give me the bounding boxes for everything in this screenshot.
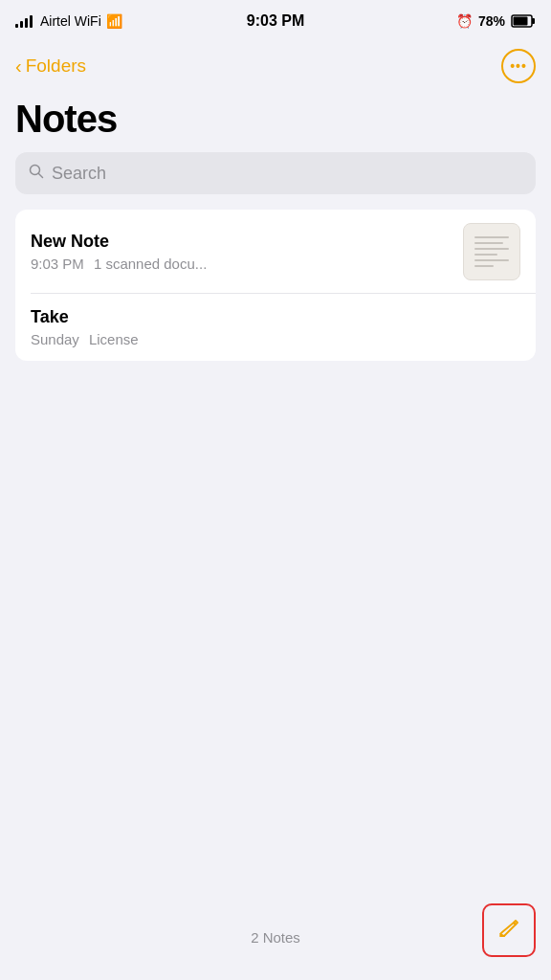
note-time-2: Sunday: [31, 331, 79, 347]
search-placeholder: Search: [52, 164, 106, 184]
note-content-1: New Note 9:03 PM 1 scanned docu...: [31, 232, 452, 272]
thumbnail-line: [474, 242, 503, 244]
footer: 2 Notes: [0, 896, 551, 980]
note-meta-2: Sunday License: [31, 331, 520, 347]
ellipsis-icon: •••: [510, 58, 527, 74]
note-preview-2: License: [89, 331, 139, 347]
back-button[interactable]: ‹ Folders: [15, 56, 86, 78]
wifi-icon: 📶: [106, 13, 122, 29]
alarm-icon: ⏰: [456, 13, 473, 29]
battery-icon: [511, 14, 536, 28]
chevron-left-icon: ‹: [15, 56, 22, 78]
note-preview-1: 1 scanned docu...: [94, 256, 207, 272]
back-label: Folders: [26, 56, 86, 77]
notes-list: New Note 9:03 PM 1 scanned docu... Take …: [15, 210, 536, 361]
note-meta-1: 9:03 PM 1 scanned docu...: [31, 256, 452, 272]
thumbnail-lines: [467, 229, 517, 275]
status-right: ⏰ 78%: [456, 13, 536, 29]
compose-icon: [496, 915, 521, 946]
svg-line-4: [39, 174, 43, 178]
status-bar: Airtel WiFi 📶 9:03 PM ⏰ 78%: [0, 0, 551, 42]
note-time-1: 9:03 PM: [31, 256, 84, 272]
page-title-section: Notes: [0, 90, 551, 152]
more-button[interactable]: •••: [501, 49, 536, 83]
note-title-1: New Note: [31, 232, 452, 252]
battery-percent: 78%: [478, 13, 505, 29]
status-time: 9:03 PM: [247, 12, 304, 30]
carrier-label: Airtel WiFi: [40, 13, 101, 29]
notes-count: 2 Notes: [251, 929, 300, 946]
search-icon: [29, 164, 44, 183]
note-item-1[interactable]: New Note 9:03 PM 1 scanned docu...: [15, 210, 536, 294]
thumbnail-line: [474, 248, 509, 250]
search-bar-wrap: Search: [0, 152, 551, 210]
signal-icon: [15, 14, 33, 28]
search-bar[interactable]: Search: [15, 152, 536, 194]
compose-button[interactable]: [482, 903, 536, 957]
note-thumbnail-1: [463, 223, 520, 280]
svg-rect-1: [532, 18, 535, 24]
thumbnail-line: [474, 254, 497, 256]
nav-bar: ‹ Folders •••: [0, 42, 551, 90]
page-title: Notes: [15, 98, 536, 141]
svg-rect-2: [514, 17, 528, 26]
thumbnail-line: [474, 236, 509, 238]
thumbnail-line: [474, 259, 509, 261]
note-content-2: Take Sunday License: [31, 307, 520, 347]
thumbnail-line: [474, 265, 494, 267]
note-item-2[interactable]: Take Sunday License: [15, 294, 536, 361]
note-title-2: Take: [31, 307, 520, 327]
status-left: Airtel WiFi 📶: [15, 13, 122, 29]
